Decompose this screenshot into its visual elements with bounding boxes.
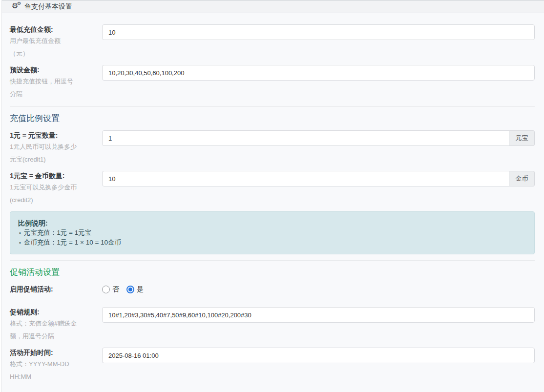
promo-radio-option-yes[interactable]: 是 bbox=[126, 285, 144, 294]
promo-start-time-help: 格式：YYYY-MM-DD HH:MM bbox=[10, 358, 78, 383]
cogs-icon bbox=[12, 3, 21, 11]
ratio-note-box: 比例说明: 元宝充值：1元 = 1元宝 金币充值：1元 = 1 × 10 = 1… bbox=[10, 211, 535, 254]
form-row-min-amount: 最低充值金额: 用户最低充值金额（元） bbox=[10, 24, 535, 60]
form-row-coin-ratio: 1元宝 = 金币数量: 1元宝可以兑换多少金币(credit2) 金币 bbox=[10, 171, 535, 206]
ratio-note-title: 比例说明: bbox=[18, 218, 526, 228]
form-row-promo-rules: 促销规则: 格式：充值金额#赠送金额，用逗号分隔 bbox=[10, 307, 535, 343]
promo-start-time-input[interactable] bbox=[102, 348, 535, 363]
panel-body: 最低充值金额: 用户最低充值金额（元） 预设金额: 快捷充值按钮，用逗号分隔 充… bbox=[2, 13, 544, 392]
promo-radio-option-no[interactable]: 否 bbox=[102, 285, 119, 294]
radio-yes-icon[interactable] bbox=[126, 286, 134, 293]
min-amount-label: 最低充值金额: bbox=[10, 24, 78, 35]
enable-promo-radio-group: 否 是 bbox=[102, 284, 535, 294]
preset-amounts-help: 快捷充值按钮，用逗号分隔 bbox=[10, 75, 78, 101]
form-row-preset-amounts: 预设金额: 快捷充值按钮，用逗号分隔 bbox=[10, 65, 535, 101]
promo-start-time-label: 活动开始时间: bbox=[10, 348, 78, 358]
promo-rules-input[interactable] bbox=[102, 307, 535, 323]
yuanbao-ratio-label: 1元 = 元宝数量: bbox=[10, 130, 78, 141]
enable-promo-label: 启用促销活动: bbox=[10, 284, 78, 294]
section-divider bbox=[10, 106, 535, 107]
promo-section-heading: 促销活动设置 bbox=[10, 267, 535, 278]
panel-title: 鱼支付基本设置 bbox=[24, 2, 72, 11]
yuanbao-addon: 元宝 bbox=[509, 130, 535, 146]
preset-amounts-label: 预设金额: bbox=[10, 65, 78, 75]
promo-rules-help: 格式：充值金额#赠送金额，用逗号分隔 bbox=[10, 317, 78, 343]
ratio-note-item: 金币充值：1元 = 1 × 10 = 10金币 bbox=[18, 238, 526, 248]
form-row-yuanbao-ratio: 1元 = 元宝数量: 1元人民币可以兑换多少元宝(credit1) 元宝 bbox=[10, 130, 535, 166]
form-row-enable-promo: 启用促销活动: 否 是 bbox=[10, 284, 535, 294]
promo-rules-label: 促销规则: bbox=[10, 307, 78, 317]
panel-header: 鱼支付基本设置 bbox=[2, 0, 544, 13]
coin-ratio-label: 1元宝 = 金币数量: bbox=[10, 171, 78, 181]
yuanbao-ratio-input[interactable] bbox=[102, 130, 509, 146]
radio-no-label: 否 bbox=[112, 285, 119, 294]
coin-addon: 金币 bbox=[509, 171, 535, 186]
min-amount-input[interactable] bbox=[102, 24, 535, 40]
min-amount-help: 用户最低充值金额（元） bbox=[10, 35, 78, 60]
settings-panel: 鱼支付基本设置 最低充值金额: 用户最低充值金额（元） 预设金额: 快捷充值按钮… bbox=[1, 0, 544, 392]
form-row-promo-start-time: 活动开始时间: 格式：YYYY-MM-DD HH:MM bbox=[10, 348, 535, 383]
section-divider bbox=[10, 260, 535, 261]
ratio-note-list: 元宝充值：1元 = 1元宝 金币充值：1元 = 1 × 10 = 10金币 bbox=[18, 228, 526, 248]
preset-amounts-input[interactable] bbox=[102, 65, 535, 81]
ratio-note-item: 元宝充值：1元 = 1元宝 bbox=[18, 228, 526, 238]
coin-ratio-input[interactable] bbox=[102, 171, 509, 186]
yuanbao-ratio-help: 1元人民币可以兑换多少元宝(credit1) bbox=[10, 141, 78, 166]
radio-no-icon[interactable] bbox=[102, 286, 110, 293]
radio-yes-label: 是 bbox=[137, 285, 144, 294]
coin-ratio-help: 1元宝可以兑换多少金币(credit2) bbox=[10, 181, 78, 206]
ratio-section-heading: 充值比例设置 bbox=[10, 113, 535, 124]
